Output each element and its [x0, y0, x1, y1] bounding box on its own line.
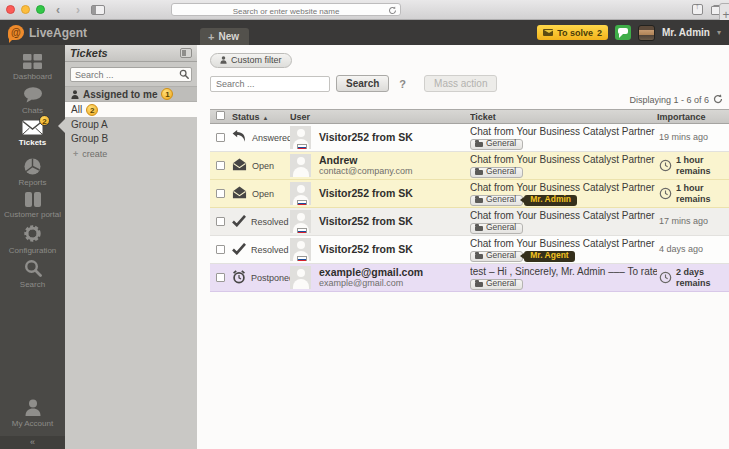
collapse-sidebar-button[interactable]: « — [0, 436, 65, 449]
table-row[interactable]: Open Andrew contact@company.com Chat fro… — [210, 152, 729, 180]
ticket-cell[interactable]: Chat from Your Business Catalyst Partner… — [470, 154, 657, 178]
department-tag[interactable]: General — [470, 167, 523, 178]
folder-icon — [475, 198, 483, 203]
ticket-cell[interactable]: test – Hi , Sincerely, Mr. Admin ––– To … — [470, 266, 657, 290]
sidebar-item-search[interactable]: Search — [0, 259, 65, 292]
row-checkbox[interactable] — [216, 245, 225, 254]
new-ticket-tab[interactable]: + New — [200, 28, 249, 45]
department-tag[interactable]: General — [470, 195, 523, 206]
filter-label: All — [71, 104, 82, 115]
panel-search[interactable] — [70, 67, 192, 82]
row-checkbox[interactable] — [216, 217, 225, 226]
user-cell[interactable]: Andrew contact@company.com — [290, 154, 470, 177]
department-tag[interactable]: General — [470, 223, 523, 234]
department-tag[interactable]: General — [470, 251, 523, 262]
row-checkbox[interactable] — [216, 161, 225, 170]
owner-tag[interactable]: Mr. Admin — [524, 195, 577, 206]
folder-icon — [475, 226, 483, 231]
importance-line2: remains — [676, 166, 711, 176]
chevron-down-icon[interactable]: ▾ — [717, 28, 721, 37]
close-window-button[interactable] — [6, 5, 15, 14]
row-checkbox[interactable] — [216, 273, 225, 282]
forward-button[interactable]: › — [71, 5, 85, 15]
column-status[interactable]: Status▲ — [232, 112, 290, 122]
sidebar-item-customer-portal[interactable]: Customer portal — [0, 191, 65, 224]
panel-collapse-icon[interactable] — [180, 48, 192, 58]
to-solve-badge[interactable]: To solve 2 — [537, 25, 608, 40]
filter-group-a[interactable]: Group A — [65, 117, 197, 131]
ticket-cell[interactable]: Chat from Your Business Catalyst Partner… — [470, 182, 657, 206]
admin-avatar[interactable] — [638, 25, 655, 41]
sidebar-item-dashboard[interactable]: Dashboard — [0, 54, 65, 87]
traffic-lights — [6, 5, 45, 14]
filter-assigned-to-me[interactable]: Assigned to me 1 — [65, 86, 197, 102]
table-row[interactable]: Open Visitor252 from SK Chat from Your B… — [210, 180, 729, 208]
admin-name[interactable]: Mr. Admin — [662, 27, 710, 38]
help-icon[interactable]: ? — [399, 78, 406, 90]
select-all-checkbox[interactable] — [216, 111, 225, 120]
sidebar-item-configuration[interactable]: Configuration — [0, 224, 65, 259]
back-button[interactable]: ‹ — [51, 5, 65, 15]
address-bar[interactable] — [171, 3, 401, 16]
table-row[interactable]: Answered Visitor252 from SK Chat from Yo… — [210, 124, 729, 152]
row-checkbox[interactable] — [216, 189, 225, 198]
owner-tag[interactable]: Mr. Agent — [524, 251, 574, 262]
user-cell[interactable]: Visitor252 from SK — [290, 238, 470, 261]
department-tag[interactable]: General — [470, 139, 523, 150]
table-row[interactable]: Resolved Visitor252 from SK Chat from Yo… — [210, 208, 729, 236]
avatar — [290, 126, 311, 149]
search-icon[interactable] — [179, 69, 189, 81]
panel-search-input[interactable] — [70, 67, 192, 82]
ticket-search-input[interactable] — [210, 76, 330, 92]
ticket-cell[interactable]: Chat from Your Business Catalyst Partner… — [470, 238, 657, 262]
zoom-window-button[interactable] — [36, 5, 45, 14]
importance-cell: 1 hour remains — [657, 183, 729, 204]
column-ticket[interactable]: Ticket — [470, 112, 657, 122]
importance-line1: 2 days — [676, 267, 711, 277]
person-icon — [71, 90, 79, 99]
app-topbar: @ LiveAgent + New To solve 2 Mr. Admin ▾ — [0, 20, 729, 45]
sidebar-item-tickets[interactable]: 2 Tickets — [0, 120, 65, 155]
user-name: Andrew — [319, 154, 413, 166]
refresh-icon[interactable] — [713, 94, 723, 106]
ticket-cell[interactable]: Chat from Your Business Catalyst Partner… — [470, 210, 657, 234]
share-icon[interactable] — [692, 4, 703, 15]
user-cell[interactable]: example@gmail.com example@gmail.com — [290, 266, 470, 289]
browser-sidebar-toggle[interactable] — [91, 5, 105, 15]
sidebar-item-reports[interactable]: Reports — [0, 158, 65, 191]
address-input[interactable] — [172, 6, 400, 17]
brand[interactable]: @ LiveAgent — [8, 25, 87, 40]
sort-asc-icon: ▲ — [263, 115, 269, 121]
create-filter-button[interactable]: + create — [65, 149, 197, 159]
column-label: Status — [232, 112, 260, 122]
assigned-badge: 1 — [161, 88, 173, 100]
status-icon — [232, 243, 246, 257]
column-importance[interactable]: Importance — [657, 112, 729, 122]
chat-status-icon[interactable] — [615, 25, 631, 40]
sidebar-item-my-account[interactable]: My Account — [0, 399, 65, 432]
user-cell[interactable]: Visitor252 from SK — [290, 182, 470, 205]
reload-icon[interactable] — [388, 5, 397, 17]
minimize-window-button[interactable] — [21, 5, 30, 14]
user-cell[interactable]: Visitor252 from SK — [290, 210, 470, 233]
row-checkbox[interactable] — [216, 133, 225, 142]
content-area: Dashboard Chats 2 Tickets Reports — [0, 45, 729, 449]
mass-action-button[interactable]: Mass action — [424, 75, 497, 92]
column-user[interactable]: User — [290, 112, 470, 122]
user-text: Visitor252 from SK — [319, 243, 413, 255]
status-label: Answered — [252, 133, 290, 143]
ticket-cell[interactable]: Chat from Your Business Catalyst Partner… — [470, 126, 657, 150]
search-button[interactable]: Search — [336, 75, 389, 92]
sidebar-item-chats[interactable]: Chats — [0, 87, 65, 120]
user-cell[interactable]: Visitor252 from SK — [290, 126, 470, 149]
table-row[interactable]: Resolved Visitor252 from SK Chat from Yo… — [210, 236, 729, 264]
department-tag[interactable]: General — [470, 279, 523, 290]
status-label: Resolved — [251, 217, 289, 227]
table-row[interactable]: Postponed example@gmail.com example@gmai… — [210, 264, 729, 292]
filter-all[interactable]: All 2 — [65, 102, 197, 117]
filter-group-b[interactable]: Group B — [65, 131, 197, 145]
tickets-panel-header: Tickets — [65, 45, 197, 62]
custom-filter-button[interactable]: Custom filter — [210, 53, 292, 68]
department-tag-label: General — [486, 167, 516, 176]
search-icon — [24, 259, 42, 279]
